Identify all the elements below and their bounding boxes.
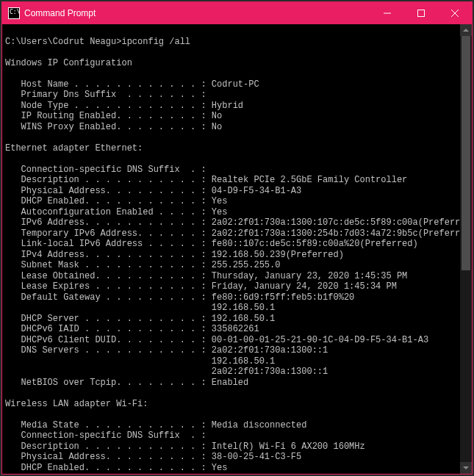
- chevron-down-icon: [463, 466, 469, 469]
- command-prompt-window: C:\ Command Prompt C:\Users\Codrut Neagu…: [1, 1, 473, 475]
- svg-rect-1: [418, 10, 425, 17]
- svg-marker-4: [463, 29, 469, 32]
- chevron-up-icon: [463, 29, 469, 32]
- scroll-up-button[interactable]: [460, 24, 472, 36]
- minimize-icon: [384, 10, 391, 17]
- titlebar[interactable]: C:\ Command Prompt: [2, 2, 472, 24]
- console-output[interactable]: C:\Users\Codrut Neagu>ipconfig /all Wind…: [2, 24, 460, 474]
- scroll-thumb[interactable]: [462, 36, 470, 270]
- scroll-down-button[interactable]: [460, 462, 472, 474]
- maximize-button[interactable]: [404, 2, 438, 24]
- close-button[interactable]: [438, 2, 472, 24]
- window-title: Command Prompt: [24, 8, 96, 18]
- vertical-scrollbar[interactable]: [460, 24, 472, 474]
- minimize-button[interactable]: [370, 2, 404, 24]
- console-area: C:\Users\Codrut Neagu>ipconfig /all Wind…: [2, 24, 472, 474]
- cmd-prompt-icon: C:\: [8, 7, 20, 19]
- maximize-icon: [417, 10, 425, 17]
- scroll-track[interactable]: [460, 36, 472, 462]
- svg-marker-5: [463, 466, 469, 469]
- close-icon: [451, 10, 459, 17]
